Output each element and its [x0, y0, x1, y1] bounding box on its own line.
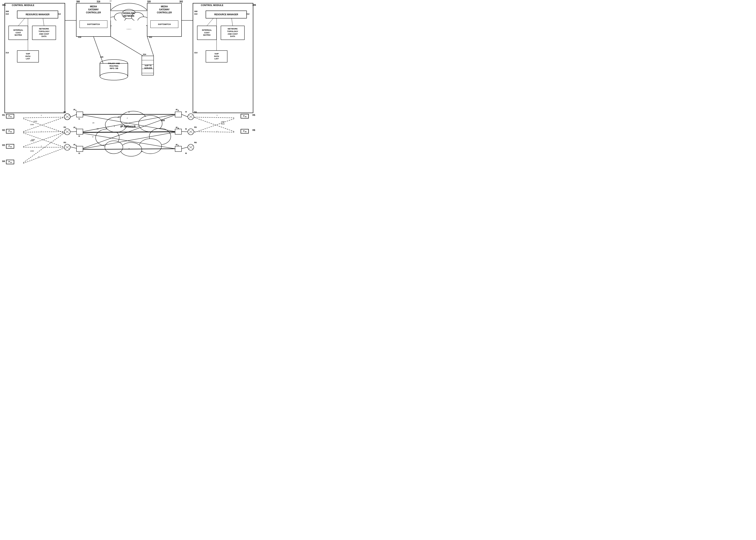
cost-24: 24 [92, 122, 94, 124]
ipv2-box: IPV2 [6, 129, 14, 133]
svg-line-96 [65, 146, 69, 149]
cost-ipv1-r2: 1000 [33, 120, 37, 122]
mgc-left: MEDIAGATEWAYCONTROLLER [76, 3, 111, 37]
svg-line-70 [23, 119, 64, 133]
mgc-left-ss-ref: 318 [78, 36, 81, 38]
svg-line-63 [70, 114, 76, 117]
cost-8: 8 [92, 136, 93, 138]
i4-label: I4 [185, 111, 187, 113]
svg-line-73 [23, 133, 64, 147]
svg-line-71 [23, 132, 64, 132]
i3-label: I3 [78, 152, 80, 154]
svg-rect-20 [112, 20, 146, 29]
right-control-module-label: CONTROL MODULE [201, 4, 223, 6]
right-rm-ref1: 308 [194, 10, 197, 12]
cost-ipv3-r2: 1000 [30, 140, 34, 142]
mgc-right-sw-ref: 320 [147, 0, 151, 3]
right-rm-ref2: 310 [194, 13, 197, 15]
svg-point-92 [64, 129, 70, 135]
h4-label: H4 [2, 160, 5, 163]
svg-line-77 [23, 133, 64, 163]
svg-point-38 [120, 143, 142, 156]
ipv4-box: IPV4 [6, 160, 14, 164]
right-voip-ref: 314 [194, 52, 197, 54]
cost-26: 26 [97, 128, 99, 130]
main-diagram: CONTROL MODULE 306 308 310 312 RESOURCE … [0, 0, 258, 185]
ipv6-box: IPV6 [241, 129, 249, 133]
cost-ipv2-r2: 1 [41, 130, 42, 132]
policy-ref: 326 [100, 56, 103, 58]
ip-i2-label: IPI2 [73, 126, 77, 129]
svg-line-78 [193, 117, 234, 118]
svg-point-39 [105, 141, 123, 154]
mgc-left-sw-ref: 316 [97, 0, 100, 3]
cost-5: 5 [114, 125, 115, 127]
left-resource-manager: RESOURCE MANAGER [17, 11, 58, 18]
svg-point-23 [100, 72, 128, 80]
right-module-ref: 306 [253, 4, 256, 6]
r5-label: R5 [194, 126, 197, 128]
h5-label: H5 [253, 114, 255, 116]
svg-point-91 [64, 114, 70, 120]
r6-label: R6 [194, 141, 197, 144]
policy-db-label: POLICY ANDROUTINGINFO. DB [103, 62, 125, 70]
left-control-module-label: CONTROL MODULE [12, 4, 34, 6]
left-module-ref: 306 [2, 4, 6, 6]
cost-6: 6 [127, 125, 128, 127]
svg-line-47 [147, 37, 154, 56]
svg-line-75 [23, 132, 64, 147]
svg-point-98 [188, 114, 194, 120]
svg-line-103 [189, 130, 193, 133]
svg-point-31 [105, 114, 161, 153]
cost-ipv4-r2: 1000 [30, 150, 34, 152]
cost-ipv3-r3: 1 [41, 145, 42, 147]
i5-label: I5 [185, 128, 187, 130]
svg-line-99 [189, 115, 193, 118]
svg-line-72 [23, 117, 64, 132]
svg-point-88 [64, 114, 70, 120]
ip-i7-label: IPI7 [176, 144, 179, 146]
voip-te-ref: 324 [143, 53, 146, 56]
h6-label: H6 [253, 129, 255, 131]
svg-line-94 [65, 130, 69, 133]
svg-point-104 [188, 144, 194, 150]
svg-point-37 [139, 139, 162, 154]
mgc-right: MEDIAGATEWAYCONTROLLER [147, 3, 181, 37]
svg-line-82 [18, 18, 25, 26]
svg-point-95 [64, 144, 70, 150]
right-rm-ref3: 312 [246, 13, 250, 15]
left-network-topology: NETWORKTOPOLOGYAND COSTDATA [32, 26, 56, 40]
i2-label: I2 [78, 135, 80, 137]
svg-line-83 [43, 18, 44, 26]
cost-ipv2-r1: 1000 [30, 124, 34, 126]
i1-label: I1 [78, 118, 80, 120]
ip-i3-label: IPI3 [73, 144, 77, 146]
svg-line-85 [207, 18, 213, 26]
ip-i1-label: IPI1 [73, 108, 77, 111]
softswitch-left: SOFTSWITCH [79, 20, 107, 28]
right-voip-path: VoIPPATHLIST [206, 51, 227, 62]
cost-ipv5-r4: 1 [217, 114, 217, 116]
svg-line-100 [189, 115, 193, 118]
ip-i6-label: IPI6 [176, 126, 179, 129]
svg-line-59 [83, 133, 175, 149]
left-voip-path: VoIPPATHLIST [17, 51, 39, 62]
svg-line-65 [70, 147, 76, 148]
svg-line-106 [189, 146, 193, 149]
svg-line-89 [65, 115, 69, 118]
svg-line-57 [83, 132, 175, 132]
svg-rect-52 [175, 129, 181, 134]
svg-rect-50 [76, 146, 83, 152]
svg-line-81 [193, 117, 234, 132]
svg-line-66 [181, 114, 189, 117]
ipv1-box: IPV1 [6, 114, 14, 118]
r2-label: R2 [63, 126, 66, 128]
left-rm-ref3: 312 [57, 13, 61, 15]
svg-rect-48 [76, 112, 83, 117]
h2-label: H2 [2, 129, 5, 131]
svg-rect-53 [175, 146, 181, 152]
ipv3-box: IPV3 [6, 144, 14, 149]
i6-label: I6 [185, 152, 187, 154]
svg-line-102 [189, 130, 193, 133]
svg-line-45 [93, 37, 103, 64]
